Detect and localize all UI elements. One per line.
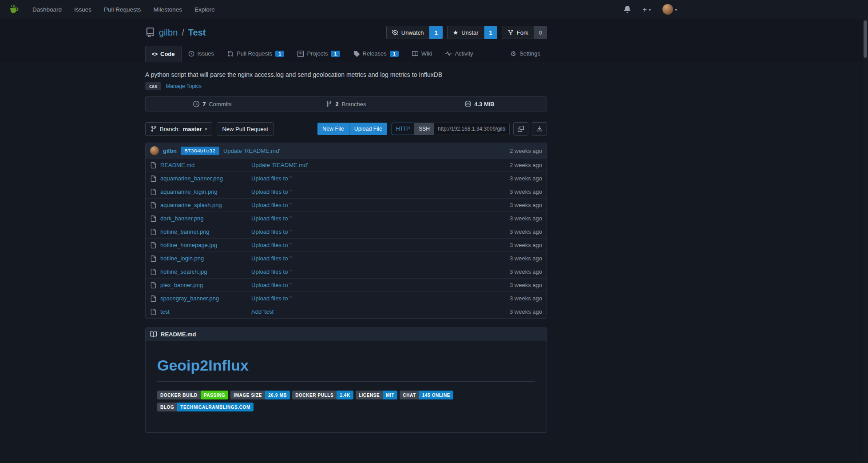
file-name-link[interactable]: README.md [160, 162, 194, 168]
file-commit-message-link[interactable]: Upload files to '' [251, 242, 292, 248]
repo-name-link[interactable]: Test [188, 28, 206, 38]
tab-wiki-label: Wiki [421, 50, 432, 57]
file-commit-message-link[interactable]: Upload files to '' [251, 255, 292, 262]
watchers-count[interactable]: 1 [429, 26, 442, 39]
tab-projects-label: Projects [307, 50, 328, 57]
nav-dashboard[interactable]: Dashboard [32, 6, 62, 13]
fork-group: Fork 0 [502, 26, 547, 39]
clone-http-toggle[interactable]: HTTP [392, 123, 414, 135]
readme-badge[interactable]: BLOG TECHNICALRAMBLINGS.COM [157, 403, 254, 411]
file-name-link[interactable]: plex_banner.png [160, 282, 203, 288]
scrollbar-track[interactable] [863, 0, 868, 463]
create-new-dropdown[interactable]: + ▾ [642, 6, 651, 13]
forks-count[interactable]: 0 [534, 26, 547, 39]
tab-settings[interactable]: ⚙ Settings [504, 45, 547, 62]
file-name-link[interactable]: aquamarine_login.png [160, 188, 218, 195]
pulse-icon [445, 51, 452, 57]
nav-issues[interactable]: Issues [74, 6, 91, 13]
tab-releases[interactable]: Releases 1 [347, 45, 405, 62]
project-board-icon [297, 51, 304, 57]
file-name-link[interactable]: hotline_search.jpg [160, 268, 207, 275]
commit-author-link[interactable]: gilbn [163, 148, 177, 154]
badge-label: DOCKER PULLS [292, 391, 337, 399]
file-name-link[interactable]: aquamarine_banner.png [160, 175, 223, 182]
fork-button[interactable]: Fork [502, 26, 534, 39]
gitea-logo-icon[interactable] [8, 4, 20, 16]
tab-pull-requests[interactable]: Pull Requests 1 [221, 45, 291, 62]
file-commit-message-link[interactable]: Upload files to '' [251, 295, 292, 302]
table-row: aquamarine_banner.png Upload files to ''… [146, 172, 547, 185]
scrollbar-thumb[interactable] [864, 20, 867, 58]
tab-projects[interactable]: Projects 1 [291, 45, 346, 62]
tab-issues[interactable]: Issues [182, 45, 221, 62]
readme-badge[interactable]: DOCKER BUILD PASSING [157, 391, 228, 399]
file-name-link[interactable]: dark_banner.png [160, 215, 204, 222]
repo-action-row: Branch: master ▾ New Pull Request New Fi… [145, 122, 547, 136]
nav-pull-requests[interactable]: Pull Requests [104, 6, 141, 13]
badge-label: BLOG [157, 403, 177, 411]
notifications-bell-icon[interactable] [624, 6, 631, 13]
stat-branches[interactable]: 2 Branches [279, 97, 413, 111]
copy-clone-url-button[interactable] [513, 122, 528, 136]
file-commit-message-link[interactable]: Upload files to '' [251, 268, 292, 275]
tab-wiki[interactable]: Wiki [405, 45, 439, 62]
file-commit-message-link[interactable]: Update 'README.md' [251, 162, 308, 168]
new-pull-request-label: New Pull Request [222, 126, 268, 132]
commit-sha-badge[interactable]: 57384bfc32 [181, 147, 219, 155]
file-age: 3 weeks ago [489, 295, 542, 302]
new-pull-request-button[interactable]: New Pull Request [217, 122, 273, 136]
navbar-right-group: + ▾ ▾ [624, 4, 677, 15]
chevron-down-icon: ▾ [205, 127, 207, 132]
topic-css[interactable]: css [145, 82, 161, 90]
file-name-link[interactable]: hotline_login.png [160, 255, 204, 262]
stars-count[interactable]: 1 [484, 26, 497, 39]
readme-badge[interactable]: DOCKER PULLS 1.4K [292, 391, 353, 399]
file-commit-message-link[interactable]: Upload files to '' [251, 175, 292, 182]
tab-activity[interactable]: Activity [439, 45, 480, 62]
file-commit-message-link[interactable]: Add 'test' [251, 308, 275, 315]
file-name-link[interactable]: aquamarine_splash.png [160, 202, 222, 208]
readme-filename: README.md [161, 331, 196, 338]
repo-owner-link[interactable]: gilbn [159, 28, 178, 38]
download-archive-button[interactable] [532, 122, 547, 136]
projects-count-badge: 1 [331, 51, 340, 57]
user-menu-dropdown[interactable]: ▾ [662, 4, 677, 15]
readme-badge[interactable]: IMAGE SIZE 26.9 MB [230, 391, 290, 399]
file-commit-message-link[interactable]: Upload files to '' [251, 215, 292, 222]
badge-label: CHAT [400, 391, 419, 399]
readme-badge[interactable]: CHAT 145 ONLINE [400, 391, 453, 399]
unwatch-button[interactable]: Unwatch [386, 26, 430, 39]
commit-author-avatar[interactable] [150, 146, 159, 155]
manage-topics-link[interactable]: Manage Topics [166, 83, 202, 89]
file-commit-message-link[interactable]: Upload files to '' [251, 282, 292, 288]
file-age: 3 weeks ago [489, 268, 542, 275]
nav-milestones[interactable]: Milestones [153, 6, 182, 13]
readme-title[interactable]: Geoip2Influx [157, 357, 535, 382]
branches-count: 2 [335, 101, 338, 108]
download-icon [536, 126, 543, 132]
nav-explore[interactable]: Explore [194, 6, 215, 13]
file-commit-message-link[interactable]: Upload files to '' [251, 228, 292, 235]
topics-row: css Manage Topics [145, 82, 547, 90]
file-name-link[interactable]: test [160, 308, 170, 315]
stat-size: 4.3 MiB [413, 97, 547, 111]
file-name-link[interactable]: spacegray_banner.png [160, 295, 219, 302]
plus-icon: + [642, 6, 647, 13]
stat-commits[interactable]: 7 Commits [146, 97, 279, 111]
book-icon [150, 331, 157, 338]
file-name-link[interactable]: hotline_banner.png [160, 228, 210, 235]
book-icon [412, 51, 418, 57]
file-commit-message-link[interactable]: Upload files to '' [251, 188, 292, 195]
new-file-button[interactable]: New File [317, 123, 349, 135]
tab-code[interactable]: <> Code [145, 46, 182, 62]
commit-message-link[interactable]: Update 'README.md' [223, 148, 280, 154]
unstar-button[interactable]: ★ Unstar [447, 26, 484, 39]
clone-url-input[interactable] [434, 123, 510, 135]
upload-file-button[interactable]: Upload File [349, 123, 387, 135]
branch-icon [151, 126, 157, 132]
clone-ssh-toggle[interactable]: SSH [414, 123, 434, 135]
branch-selector-dropdown[interactable]: Branch: master ▾ [145, 122, 212, 136]
file-name-link[interactable]: hotline_homepage.jpg [160, 242, 217, 248]
file-commit-message-link[interactable]: Upload files to '' [251, 202, 292, 208]
readme-badge[interactable]: LICENSE MIT [356, 391, 398, 399]
